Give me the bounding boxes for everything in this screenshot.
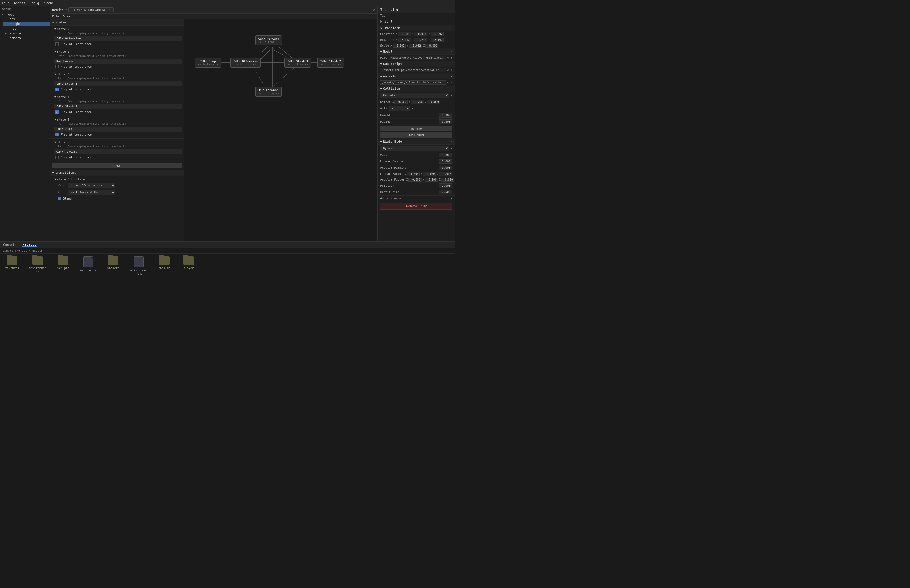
file-item-enemies[interactable]: enemies — [157, 256, 172, 270]
add-state-button[interactable]: Add — [52, 163, 182, 168]
file-item-main-scene-tmp[interactable]: main.scene.tmp — [129, 256, 148, 275]
state-4-checkbox[interactable] — [55, 133, 59, 136]
rotation-x[interactable] — [398, 38, 411, 42]
linear-factor-y[interactable] — [423, 172, 436, 176]
graph-node-run-forward[interactable]: Run Forward -> To From -> — [255, 87, 282, 97]
animator-section[interactable]: ▼ Animator ✕ — [378, 73, 455, 79]
add-collider-button[interactable]: Add Collider — [380, 132, 453, 138]
tree-item-camera[interactable]: camera — [3, 36, 50, 40]
state-5-header[interactable]: ▼ state 5 — [54, 140, 182, 145]
remove-entity-button[interactable]: Remove Entity — [380, 203, 453, 210]
menu-assets[interactable]: Assets — [14, 1, 25, 5]
collision-offset-y[interactable] — [411, 100, 424, 104]
scale-y[interactable] — [409, 44, 422, 48]
add-component-dropdown-icon[interactable]: ▼ — [451, 197, 453, 200]
trans-0-to-select[interactable]: walk_forward.fbx — [68, 190, 115, 195]
model-close-button[interactable]: ✕ — [451, 50, 453, 53]
angular-factor-y[interactable] — [425, 178, 438, 182]
angular-factor-z[interactable] — [441, 178, 454, 182]
animator-menu-file[interactable]: File — [52, 15, 59, 18]
graph-node-idle-offensive[interactable]: Idle Offensive -> To From -> — [230, 58, 261, 68]
lua-edit-icon[interactable]: ✎ — [451, 68, 453, 72]
menu-debug[interactable]: Debug — [29, 1, 39, 5]
lua-target-icon[interactable]: ⊙ — [448, 68, 449, 72]
graph-node-walk-forward[interactable]: walk forward -> To From -> — [255, 35, 282, 45]
collision-section[interactable]: ▼ Collision — [378, 86, 455, 92]
file-item-scripts[interactable]: scripts — [55, 256, 71, 270]
collision-offset-x[interactable] — [394, 100, 407, 104]
scale-x[interactable] — [393, 44, 406, 48]
position-label: Position — [380, 32, 394, 36]
animator-menu-view[interactable]: View — [63, 15, 71, 18]
file-item-textures[interactable]: textures — [4, 256, 20, 270]
collision-offset-z[interactable] — [427, 100, 440, 104]
state-3-checkbox[interactable] — [55, 110, 59, 114]
file-doc-icon-main-scene — [84, 256, 93, 267]
state-2-header[interactable]: ▼ state 2 — [54, 72, 182, 77]
tree-item-knight[interactable]: knight — [3, 22, 50, 26]
collision-shape-select[interactable]: Capsule — [380, 93, 449, 98]
transitions-section-header[interactable]: ▼ transitions — [50, 170, 184, 176]
linear-factor-x[interactable] — [407, 172, 420, 176]
trans-0-from-select[interactable]: idle_offensive.fbx — [68, 183, 115, 188]
state-4-arrow: ▼ — [54, 118, 56, 121]
animator-close-button[interactable]: ✕ — [373, 8, 375, 12]
state-5-checkbox[interactable] — [55, 155, 59, 159]
rb-type-select[interactable]: Dynamic — [380, 145, 449, 151]
graph-node-idle-jump[interactable]: Idle Jump -> To From -> — [195, 58, 221, 68]
tree-item-box[interactable]: box — [3, 17, 50, 22]
position-z[interactable] — [430, 32, 444, 36]
state-1-header[interactable]: ▼ state 1 — [54, 49, 182, 54]
state-4-header[interactable]: ▼ state 4 — [54, 117, 182, 122]
lua-script-section[interactable]: ▼ Lua Script ✕ — [378, 61, 455, 67]
model-section[interactable]: ▼ Model ✕ — [378, 49, 455, 55]
trans-0-blend-checkbox[interactable] — [58, 197, 61, 200]
state-3-name: Idle Slash 2 — [54, 104, 182, 109]
state-5-name: walk forward — [54, 149, 182, 154]
remove-collider-button[interactable]: Remove — [380, 126, 453, 131]
linear-factor-z[interactable] — [439, 172, 453, 176]
rotation-z[interactable] — [430, 38, 444, 42]
animator-target-icon[interactable]: ⊙ — [448, 81, 449, 84]
scale-z[interactable] — [425, 44, 438, 48]
file-doc-icon-main-scene-tmp — [134, 256, 144, 267]
model-file-dropdown-icon[interactable]: ▼ — [451, 56, 453, 60]
file-item-main-scene[interactable]: main.scene — [79, 256, 97, 272]
lua-close-button[interactable]: ✕ — [451, 62, 453, 66]
state-3-header[interactable]: ▼ state 3 — [54, 94, 182, 100]
rotation-y[interactable] — [414, 38, 427, 42]
collision-height-label: Height — [380, 114, 391, 117]
position-x[interactable] — [398, 32, 411, 36]
tree-item-root[interactable]: ▼ root — [0, 12, 50, 17]
file-item-player[interactable]: player — [181, 256, 196, 270]
animator-tab[interactable]: silver-knight.animator — [68, 7, 114, 12]
state-0-header[interactable]: ▼ state 0 — [54, 27, 182, 32]
menu-file[interactable]: File — [2, 1, 10, 5]
position-y[interactable] — [414, 32, 427, 36]
file-item-shaders[interactable]: shaders — [105, 256, 121, 270]
rigid-body-close-button[interactable]: ✕ — [451, 140, 453, 144]
tree-item-sponza[interactable]: ▶ sponza — [3, 31, 50, 36]
rigid-body-section[interactable]: ▼ Rigid Body ✕ — [378, 139, 455, 145]
graph-node-idle-slash2[interactable]: Idle Slash 2 -> To From -> — [317, 58, 344, 68]
model-file-target-icon[interactable]: ⊙ — [448, 56, 449, 60]
transition-0-header[interactable]: ▼ state 0 to state 5 — [54, 177, 184, 182]
tab-console[interactable]: Console — [2, 243, 18, 247]
state-2-checkbox[interactable] — [55, 88, 59, 91]
animator-edit-icon[interactable]: ✎ — [451, 81, 453, 84]
collision-axis-select[interactable]: Y — [389, 106, 410, 111]
states-section-header[interactable]: ▼ states — [50, 19, 184, 26]
transform-section[interactable]: ▼ Transform — [378, 25, 455, 31]
file-item-environments[interactable]: environments — [28, 256, 47, 273]
tab-project[interactable]: Project — [22, 243, 37, 247]
graph-canvas[interactable]: walk forward -> To From -> Idle Offensiv… — [184, 19, 377, 241]
tree-item-sun[interactable]: sun — [6, 26, 50, 31]
animator-close-button[interactable]: ✕ — [451, 74, 453, 78]
angular-factor-x[interactable] — [408, 178, 422, 182]
state-1-checkbox[interactable] — [55, 65, 59, 68]
graph-node-idle-slash1[interactable]: Idle Slash 1 -> To From -> — [284, 58, 311, 68]
file-label-main-scene-tmp: main.scene.tmp — [129, 268, 148, 275]
state-0-checkbox[interactable] — [55, 42, 59, 46]
state-group-4: ▼ state 4 Path: /assets/player/silver kn… — [50, 116, 184, 139]
state-2-label: state 2 — [57, 73, 69, 76]
